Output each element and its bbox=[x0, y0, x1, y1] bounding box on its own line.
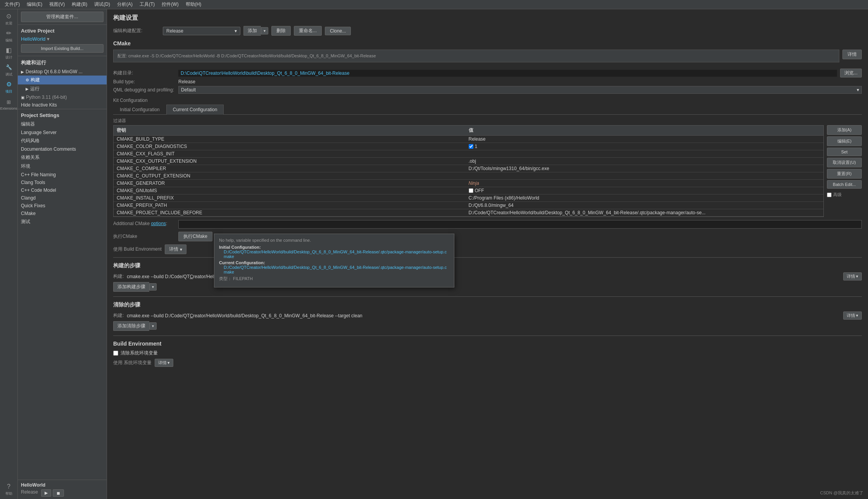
watermark: CSDN @我真的太难了 bbox=[820, 490, 863, 496]
clear-env-checkbox[interactable] bbox=[113, 351, 118, 356]
sys-env-detail-button[interactable]: 详情 ▾ bbox=[155, 359, 173, 367]
build-type-value: Release bbox=[178, 79, 862, 84]
menu-edit[interactable]: 编辑(E) bbox=[24, 0, 45, 9]
tab-initial[interactable]: Initial Configuration bbox=[113, 105, 166, 114]
unset-variable-button[interactable]: 取消设置(U) bbox=[827, 158, 862, 167]
cmake-gnu-to-ms-checkbox[interactable] bbox=[469, 188, 473, 193]
tab-current[interactable]: Current Configuration bbox=[166, 105, 224, 115]
add-clean-step-arrow[interactable]: ▾ bbox=[149, 322, 157, 330]
settings-cmake[interactable]: CMake bbox=[18, 210, 107, 217]
add-build-step-arrow[interactable]: ▾ bbox=[149, 283, 157, 291]
add-clean-step-button[interactable]: 添加清除步骤 bbox=[113, 321, 149, 331]
use-sys-env-row: 使用 系统环境变量 详情 ▾ bbox=[113, 359, 862, 367]
table-row[interactable]: CMAKE_GNUtoMS OFF bbox=[114, 187, 823, 194]
menu-debug[interactable]: 调试(D) bbox=[91, 0, 113, 9]
settings-code-style[interactable]: 代码风格 bbox=[18, 136, 107, 145]
menu-help[interactable]: 帮助(H) bbox=[183, 0, 205, 9]
execute-cmake-button[interactable]: 执行CMake bbox=[178, 232, 212, 241]
menu-controls[interactable]: 控件(W) bbox=[159, 0, 181, 9]
tree-item-desktop-qt-label: Desktop Qt 6.8.0 MinGW ... bbox=[26, 69, 83, 74]
manage-kits-button[interactable]: 管理构建套件... bbox=[21, 12, 104, 22]
table-row[interactable]: CMAKE_C_COMPILER D:/Qt/Tools/mingw1310_6… bbox=[114, 165, 823, 172]
settings-environment[interactable]: 环境 bbox=[18, 162, 107, 171]
menu-tools[interactable]: 工具(T) bbox=[136, 0, 158, 9]
reset-variable-button[interactable]: 重置(R) bbox=[827, 169, 862, 179]
additional-cmake-input[interactable] bbox=[178, 220, 862, 229]
table-row[interactable]: CMAKE_COLOR_DIAGNOSTICS 1 bbox=[114, 143, 823, 150]
settings-doc-comments[interactable]: Documentation Comments bbox=[18, 145, 107, 153]
col-val-header: 值 bbox=[469, 127, 821, 134]
menu-analyze[interactable]: 分析(A) bbox=[114, 0, 136, 9]
tooltip-current-section: Current Configuration: D:/Code/QTCreator… bbox=[219, 260, 449, 274]
settings-clangd[interactable]: Clangd bbox=[18, 194, 107, 202]
cmake-details-button[interactable]: 详情 bbox=[842, 50, 862, 59]
sidebar-item-debug[interactable]: 🔧 调试 bbox=[1, 62, 17, 78]
clone-config-button[interactable]: Clone... bbox=[325, 27, 351, 35]
config-dropdown-value: Release bbox=[166, 28, 183, 34]
add-build-step-button[interactable]: 添加构建步骤 bbox=[113, 282, 149, 292]
rename-config-button[interactable]: 重命名... bbox=[294, 26, 322, 36]
tree-item-python[interactable]: ▣ Python 3.11 (64-bit) bbox=[18, 93, 107, 101]
set-variable-button[interactable]: Set bbox=[827, 148, 862, 156]
sidebar-item-welcome[interactable]: ⊙ 欢迎 bbox=[1, 11, 17, 27]
import-existing-button[interactable]: Import Existing Build... bbox=[21, 44, 104, 53]
sidebar-item-edit[interactable]: ✏ 编辑 bbox=[1, 28, 17, 44]
cmake-color-diagnostics-checkbox[interactable] bbox=[469, 144, 473, 149]
settings-dependencies[interactable]: 依赖关系 bbox=[18, 153, 107, 162]
clean-step-detail-button[interactable]: 详情 ▾ bbox=[843, 311, 862, 320]
delete-config-button[interactable]: 删除 bbox=[271, 26, 291, 36]
table-row[interactable]: CMAKE_PROJECT_INCLUDE_BEFORE D:/Code/QTC… bbox=[114, 209, 823, 217]
table-row[interactable]: CMAKE_CXX_FLAGS_INIT bbox=[114, 150, 823, 158]
sidebar-item-project[interactable]: ⚙ 项目 bbox=[1, 79, 17, 95]
settings-language-server[interactable]: Language Server bbox=[18, 129, 107, 136]
table-section: 密钥 值 CMAKE_BUILD_TYPE Release CMAKE_COLO… bbox=[113, 125, 862, 217]
add-config-arrow[interactable]: ▾ bbox=[261, 27, 268, 34]
sidebar-item-design[interactable]: ◧ 设计 bbox=[1, 45, 17, 61]
build-env-section: Build Environment 清除系统环境变量 使用 系统环境变量 详情 … bbox=[113, 341, 862, 367]
tree-item-build[interactable]: ⚙ 构建 bbox=[18, 76, 107, 84]
tree-item-hide-kits[interactable]: Hide Inactive Kits bbox=[18, 101, 107, 109]
menu-build[interactable]: 构建(B) bbox=[69, 0, 90, 9]
settings-cpp-file-naming[interactable]: C++ File Naming bbox=[18, 171, 107, 179]
menu-file[interactable]: 文件(F) bbox=[2, 0, 23, 9]
cmake-table: 密钥 值 CMAKE_BUILD_TYPE Release CMAKE_COLO… bbox=[113, 125, 824, 217]
edit-variable-button[interactable]: 编辑(E) bbox=[827, 136, 862, 146]
build-step-label: 构建: bbox=[113, 273, 124, 280]
batch-edit-button[interactable]: Batch Edit... bbox=[827, 180, 862, 189]
settings-clang-tools[interactable]: Clang Tools bbox=[18, 179, 107, 186]
qml-debug-dropdown[interactable]: Default ▾ bbox=[178, 86, 862, 94]
settings-tests[interactable]: 测试 bbox=[18, 217, 107, 226]
settings-editor[interactable]: 编辑器 bbox=[18, 120, 107, 129]
row-val-8: C:/Program Files (x86)/HelloWorld bbox=[469, 195, 821, 201]
browse-button[interactable]: 浏览... bbox=[840, 69, 862, 77]
add-variable-button[interactable]: 添加(A) bbox=[827, 125, 862, 135]
table-row[interactable]: CMAKE_CXX_OUTPUT_EXTENSION .obj bbox=[114, 158, 823, 165]
sidebar-item-extensions[interactable]: ⊞ Extensions bbox=[1, 96, 17, 112]
tree-item-desktop-qt[interactable]: ▶ Desktop Qt 6.8.0 MinGW ... bbox=[18, 68, 107, 76]
table-row[interactable]: CMAKE_INSTALL_PREFIX C:/Program Files (x… bbox=[114, 194, 823, 202]
table-with-actions: 密钥 值 CMAKE_BUILD_TYPE Release CMAKE_COLO… bbox=[113, 125, 862, 217]
settings-quick-fixes[interactable]: Quick Fixes bbox=[18, 202, 107, 210]
tree-item-run[interactable]: ▶ 运行 bbox=[18, 84, 107, 93]
bottom-run-button[interactable]: ▶ bbox=[41, 489, 51, 497]
python-icon: ▣ bbox=[21, 95, 24, 100]
table-row[interactable]: CMAKE_BUILD_TYPE Release bbox=[114, 136, 823, 143]
row-val-4: D:/Qt/Tools/mingw1310_64/bin/gcc.exe bbox=[469, 166, 821, 171]
options-link[interactable]: options bbox=[151, 221, 166, 226]
advanced-checkbox[interactable] bbox=[827, 193, 832, 197]
edit-label: 编辑 bbox=[5, 38, 12, 43]
bottom-build-button[interactable]: ⏹ bbox=[53, 489, 64, 497]
col-key-header: 密钥 bbox=[117, 127, 469, 134]
menu-bar: 文件(F) 编辑(E) 视图(V) 构建(B) 调试(D) 分析(A) 工具(T… bbox=[0, 0, 868, 9]
welcome-label: 欢迎 bbox=[5, 21, 12, 26]
use-build-env-detail-button[interactable]: 详情 ▾ bbox=[165, 244, 186, 254]
sidebar-item-help[interactable]: ? 帮助 bbox=[1, 481, 17, 497]
add-config-button[interactable]: 添加 bbox=[243, 26, 261, 36]
table-row[interactable]: CMAKE_C_OUTPUT_EXTENSION bbox=[114, 172, 823, 180]
config-dropdown[interactable]: Release ▾ bbox=[163, 27, 240, 35]
table-row[interactable]: CMAKE_PREFIX_PATH D:/Qt/6.8.0/mingw_64 bbox=[114, 202, 823, 209]
build-step-detail-button[interactable]: 详情 ▾ bbox=[843, 272, 862, 280]
settings-cpp-code-model[interactable]: C++ Code Model bbox=[18, 186, 107, 194]
table-row[interactable]: CMAKE_GENERATOR Ninja bbox=[114, 180, 823, 187]
menu-view[interactable]: 视图(V) bbox=[46, 0, 68, 9]
